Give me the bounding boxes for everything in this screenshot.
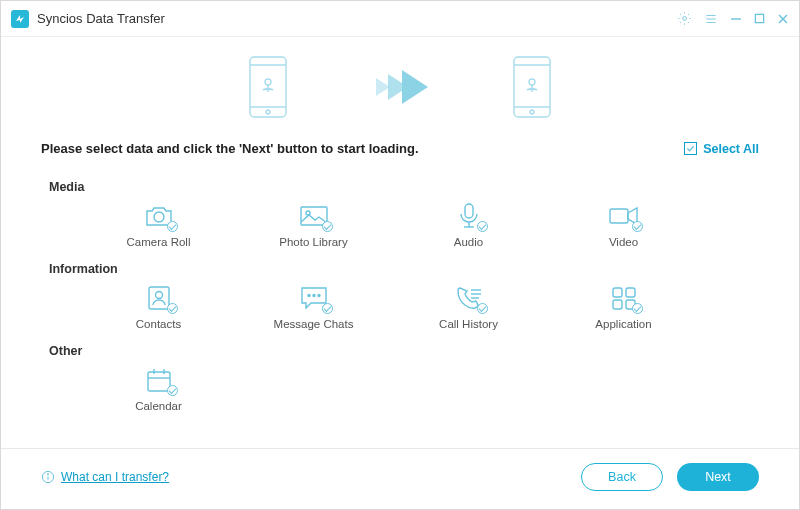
item-call-history[interactable]: Call History — [391, 284, 546, 330]
svg-point-33 — [155, 292, 162, 299]
instruction-text: Please select data and click the 'Next' … — [41, 141, 419, 156]
svg-point-12 — [265, 79, 271, 85]
title-bar: Syncios Data Transfer — [1, 1, 799, 37]
item-label: Camera Roll — [127, 236, 191, 248]
select-all-label: Select All — [703, 142, 759, 156]
item-application[interactable]: Application — [546, 284, 701, 330]
photo-icon — [297, 202, 331, 230]
main-content: Please select data and click the 'Next' … — [1, 37, 799, 448]
item-label: Application — [595, 318, 651, 330]
item-label: Photo Library — [279, 236, 347, 248]
item-camera-roll[interactable]: Camera Roll — [81, 202, 236, 248]
item-calendar[interactable]: Calendar — [81, 366, 236, 412]
call-history-icon — [452, 284, 486, 312]
contacts-icon — [142, 284, 176, 312]
help-link[interactable]: What can I transfer? — [41, 470, 169, 484]
svg-point-34 — [308, 295, 310, 297]
svg-point-21 — [530, 110, 534, 114]
svg-point-53 — [47, 474, 48, 475]
minimize-icon[interactable] — [730, 13, 742, 25]
target-phone-icon — [510, 55, 554, 119]
next-button[interactable]: Next — [677, 463, 759, 491]
svg-rect-31 — [610, 209, 628, 223]
svg-point-0 — [683, 17, 687, 21]
section-title-media: Media — [41, 180, 759, 194]
title-left: Syncios Data Transfer — [11, 10, 165, 28]
item-photo-library[interactable]: Photo Library — [236, 202, 391, 248]
svg-point-11 — [266, 110, 270, 114]
application-icon — [607, 284, 641, 312]
app-window: Syncios Data Transfer — [0, 0, 800, 510]
window-controls — [677, 11, 789, 26]
svg-point-27 — [306, 211, 310, 215]
media-items: Camera Roll Photo Library Audio — [41, 202, 759, 248]
app-logo-icon — [11, 10, 29, 28]
item-video[interactable]: Video — [546, 202, 701, 248]
audio-icon — [452, 202, 486, 230]
footer: What can I transfer? Back Next — [1, 448, 799, 509]
select-all-checkbox[interactable]: Select All — [684, 142, 759, 156]
item-audio[interactable]: Audio — [391, 202, 546, 248]
svg-rect-40 — [613, 288, 622, 297]
section-title-information: Information — [41, 262, 759, 276]
close-icon[interactable] — [777, 13, 789, 25]
arrow-icon — [370, 70, 430, 104]
video-icon — [607, 202, 641, 230]
svg-rect-5 — [755, 14, 763, 22]
instruction-row: Please select data and click the 'Next' … — [41, 141, 759, 166]
item-contacts[interactable]: Contacts — [81, 284, 236, 330]
message-icon — [297, 284, 331, 312]
item-label: Calendar — [135, 400, 182, 412]
svg-point-36 — [318, 295, 320, 297]
footer-buttons: Back Next — [581, 463, 759, 491]
source-phone-icon — [246, 55, 290, 119]
item-label: Call History — [439, 318, 498, 330]
help-label: What can I transfer? — [61, 470, 169, 484]
item-message-chats[interactable]: Message Chats — [236, 284, 391, 330]
svg-point-25 — [154, 212, 164, 222]
settings-icon[interactable] — [677, 11, 692, 26]
information-items: Contacts Message Chats Call History — [41, 284, 759, 330]
camera-icon — [142, 202, 176, 230]
checkbox-icon — [684, 142, 697, 155]
item-label: Video — [609, 236, 638, 248]
menu-icon[interactable] — [704, 12, 718, 26]
svg-rect-28 — [465, 204, 473, 218]
calendar-icon — [142, 366, 176, 394]
app-title: Syncios Data Transfer — [37, 11, 165, 26]
info-icon — [41, 470, 55, 484]
svg-marker-15 — [376, 78, 390, 96]
device-diagram — [41, 37, 759, 141]
item-label: Audio — [454, 236, 483, 248]
back-button[interactable]: Back — [581, 463, 663, 491]
svg-rect-41 — [626, 288, 635, 297]
section-title-other: Other — [41, 344, 759, 358]
item-label: Contacts — [136, 318, 181, 330]
svg-point-22 — [529, 79, 535, 85]
svg-rect-42 — [613, 300, 622, 309]
svg-point-35 — [313, 295, 315, 297]
other-items: Calendar — [41, 366, 759, 412]
item-label: Message Chats — [274, 318, 354, 330]
maximize-icon[interactable] — [754, 13, 765, 24]
svg-marker-17 — [402, 70, 428, 104]
